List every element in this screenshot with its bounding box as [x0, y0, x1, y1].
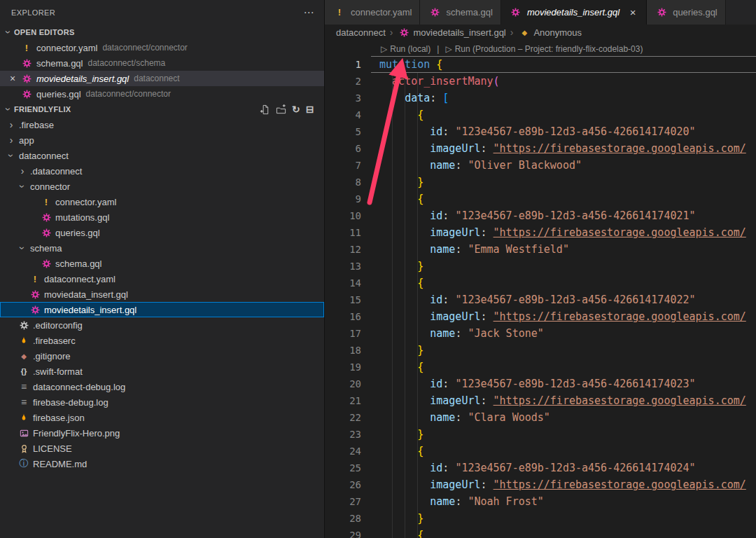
breadcrumb-item-dataconnect[interactable]: dataconnect	[336, 27, 386, 38]
refresh-icon[interactable]: ↻	[292, 104, 300, 115]
open-editor-queries.gql[interactable]: queries.gqldataconnect/connector	[0, 86, 324, 102]
code-line-26[interactable]: 26 imageUrl: "https://firebasestorage.go…	[325, 476, 756, 493]
tree-item-dataconnect.yaml[interactable]: !dataconnect.yaml	[0, 271, 324, 287]
run-local-link[interactable]: ▷ Run (local)	[381, 44, 430, 54]
tree-item-.dataconnect[interactable]: ›.dataconnect	[0, 163, 324, 179]
code-line-17[interactable]: 17 name: "Jack Stone"	[325, 325, 756, 342]
tree-item-firebase.json[interactable]: firebase.json	[0, 410, 324, 425]
code-lines: 1mutation {2 actor_insertMany(3 data: [4…	[325, 56, 756, 538]
close-icon[interactable]: ×	[6, 73, 20, 84]
tree-item-.swift-format[interactable]: {}.swift-format	[0, 364, 324, 379]
code-line-29[interactable]: 29 {	[325, 527, 756, 538]
code-line-6[interactable]: 6 imageUrl: "https://firebasestorage.goo…	[325, 140, 756, 157]
tree-item-schema[interactable]: ›schema	[0, 240, 324, 256]
collapse-all-icon[interactable]: ⊟	[306, 104, 314, 115]
tree-item-LICENSE[interactable]: LICENSE	[0, 441, 324, 456]
tree-item-dataconnect[interactable]: ›dataconnect	[0, 148, 324, 163]
line-number: 13	[325, 258, 371, 275]
graphql-icon	[20, 59, 34, 68]
code-text: {	[371, 443, 756, 460]
tab-connector.yaml[interactable]: !connector.yaml	[325, 0, 420, 25]
line-number: 4	[325, 106, 371, 123]
workspace-header[interactable]: › FRIENDLYFLIX ↻⊟	[0, 102, 324, 117]
code-line-14[interactable]: 14 {	[325, 275, 756, 291]
tree-item-moviedata_insert.gql[interactable]: moviedata_insert.gql	[0, 287, 324, 302]
tree-item-README.md[interactable]: ⓘREADME.md	[0, 456, 324, 471]
code-line-27[interactable]: 27 name: "Noah Frost"	[325, 493, 756, 510]
warning-yaml-icon: !	[28, 274, 42, 284]
tree-item-.firebaserc[interactable]: .firebaserc	[0, 333, 324, 348]
code-line-3[interactable]: 3 data: [	[325, 90, 756, 106]
tab-schema.gql[interactable]: schema.gql	[420, 0, 500, 25]
line-number: 1	[325, 56, 371, 73]
more-actions-icon[interactable]: ⋯	[304, 6, 314, 19]
tab-moviedetails_insert.gql[interactable]: moviedetails_insert.gql×	[501, 0, 647, 25]
codelens-divider: |	[437, 44, 439, 54]
tree-item-firebase-debug.log[interactable]: ≡firebase-debug.log	[0, 394, 324, 410]
breadcrumb-item-Anonymous[interactable]: ◆Anonymous	[517, 27, 582, 38]
code-line-5[interactable]: 5 id: "123e4567-e89b-12d3-a456-426614174…	[325, 123, 756, 140]
play-icon: ▷	[445, 44, 451, 54]
code-line-22[interactable]: 22 name: "Clara Woods"	[325, 409, 756, 426]
graphql-icon	[20, 90, 34, 99]
new-file-icon[interactable]	[260, 104, 270, 115]
code-line-9[interactable]: 9 {	[325, 191, 756, 207]
line-number: 20	[325, 375, 371, 392]
code-line-2[interactable]: 2 actor_insertMany(	[325, 73, 756, 90]
code-line-18[interactable]: 18 }	[325, 342, 756, 359]
code-text: name: "Jack Stone"	[371, 325, 756, 342]
tree-item-label: connector	[30, 181, 70, 192]
breadcrumb-label: dataconnect	[336, 27, 386, 38]
code-line-4[interactable]: 4 {	[325, 106, 756, 123]
open-editor-schema.gql[interactable]: schema.gqldataconnect/schema	[0, 55, 324, 71]
open-editor-label: moviedetails_insert.gql	[36, 74, 129, 84]
tree-item-label: .dataconnect	[30, 166, 82, 177]
tree-item-app[interactable]: ›app	[0, 132, 324, 148]
code-line-28[interactable]: 28 }	[325, 510, 756, 527]
close-icon[interactable]: ×	[627, 6, 638, 18]
code-line-23[interactable]: 23 }	[325, 426, 756, 443]
code-line-10[interactable]: 10 id: "123e4567-e89b-12d3-a456-42661417…	[325, 207, 756, 224]
code-line-25[interactable]: 25 id: "123e4567-e89b-12d3-a456-42661417…	[325, 460, 756, 476]
open-editors-header[interactable]: › OPEN EDITORS	[0, 25, 324, 40]
tree-item-schema.gql[interactable]: schema.gql	[0, 256, 324, 271]
open-editor-moviedetails_insert.gql[interactable]: ×moviedetails_insert.gqldataconnect	[0, 71, 324, 86]
tree-item-FriendlyFlix-Hero.png[interactable]: FriendlyFlix-Hero.png	[0, 425, 324, 441]
tree-item-connector[interactable]: ›connector	[0, 179, 324, 194]
tab-queries.gql[interactable]: queries.gql	[647, 0, 726, 25]
code-line-11[interactable]: 11 imageUrl: "https://firebasestorage.go…	[325, 224, 756, 241]
tree-item-moviedetails_insert.gql[interactable]: moviedetails_insert.gql	[0, 302, 324, 317]
code-line-7[interactable]: 7 name: "Oliver Blackwood"	[325, 157, 756, 174]
code-text: actor_insertMany(	[371, 73, 756, 90]
tree-item-label: mutations.gql	[55, 212, 109, 223]
run-production-link[interactable]: ▷ Run (Production – Project: friendly-fl…	[445, 44, 643, 54]
braces-icon: {}	[17, 367, 31, 375]
code-line-8[interactable]: 8 }	[325, 174, 756, 191]
tree-item-.firebase[interactable]: ›.firebase	[0, 117, 324, 132]
code-text: }	[371, 510, 756, 527]
tree-item-dataconnect-debug.log[interactable]: ≡dataconnect-debug.log	[0, 379, 324, 394]
tree-item-mutations.gql[interactable]: mutations.gql	[0, 209, 324, 225]
open-editor-connector.yaml[interactable]: !connector.yamldataconnect/connector	[0, 40, 324, 55]
code-line-15[interactable]: 15 id: "123e4567-e89b-12d3-a456-42661417…	[325, 291, 756, 308]
code-line-13[interactable]: 13 }	[325, 258, 756, 275]
tree-item-connector.yaml[interactable]: !connector.yaml	[0, 194, 324, 209]
tab-label: queries.gql	[673, 7, 718, 18]
tree-item-.editorconfig[interactable]: .editorconfig	[0, 317, 324, 333]
line-number: 8	[325, 174, 371, 191]
chevron-right-icon: ›	[6, 134, 17, 146]
code-line-19[interactable]: 19 {	[325, 359, 756, 375]
code-line-16[interactable]: 16 imageUrl: "https://firebasestorage.go…	[325, 308, 756, 325]
code-editor[interactable]: ▷ Run (local) | ▷ Run (Production – Proj…	[325, 40, 756, 538]
new-folder-icon[interactable]	[276, 104, 286, 115]
line-number: 9	[325, 191, 371, 207]
breadcrumb-item-moviedetails_insert.gql[interactable]: moviedetails_insert.gql	[398, 27, 506, 38]
explorer-title: EXPLORER	[11, 8, 55, 17]
code-line-12[interactable]: 12 name: "Emma Westfield"	[325, 241, 756, 258]
tree-item-queries.gql[interactable]: queries.gql	[0, 225, 324, 240]
code-line-1[interactable]: 1mutation {	[325, 56, 756, 73]
code-line-24[interactable]: 24 {	[325, 443, 756, 460]
code-line-20[interactable]: 20 id: "123e4567-e89b-12d3-a456-42661417…	[325, 375, 756, 392]
code-line-21[interactable]: 21 imageUrl: "https://firebasestorage.go…	[325, 392, 756, 409]
tree-item-.gitignore[interactable]: ◆.gitignore	[0, 348, 324, 364]
